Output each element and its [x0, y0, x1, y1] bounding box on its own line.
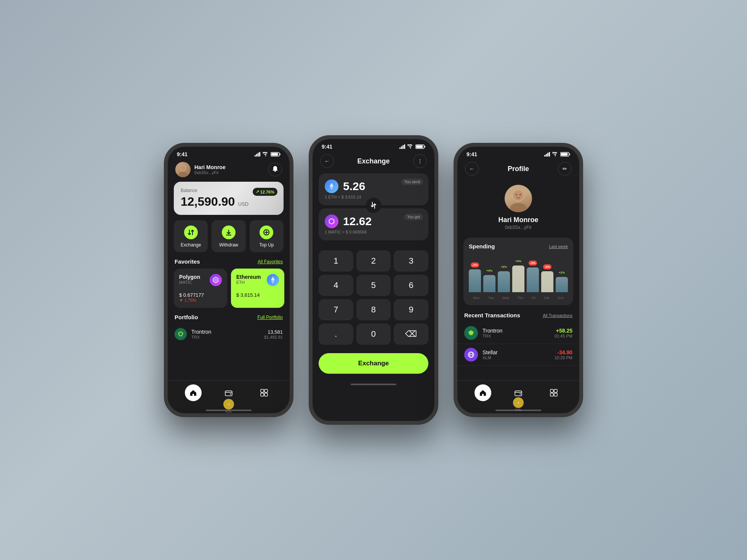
portfolio-item-trontron[interactable]: Trontron TRX 13,581 $1,482.91: [168, 324, 290, 344]
get-coin-icon: [325, 214, 338, 228]
badge-fri: -3%: [529, 261, 537, 266]
withdraw-action-button[interactable]: Withdraw: [212, 220, 245, 252]
exchange-submit-button[interactable]: Exchange: [319, 353, 428, 374]
trontron-trans-symbol: TRX: [483, 334, 550, 338]
favorites-list: Polygon MATIC $ 0.677177 ▼ 1.75%: [168, 269, 290, 314]
num-dot[interactable]: .: [319, 323, 353, 345]
chart-col-sat: -2%: [541, 264, 553, 292]
chart-col-tue: +4%: [483, 268, 495, 292]
num-9[interactable]: 9: [394, 299, 428, 320]
sol-label-area-3: ≡ SOL: [513, 397, 524, 412]
battery-icon: [271, 152, 281, 157]
eth-icon: [270, 277, 276, 283]
trontron-usd: $1,482.91: [264, 335, 283, 339]
back-button-exchange[interactable]: ←: [320, 154, 334, 168]
edit-profile-button[interactable]: ✏: [558, 162, 572, 176]
svg-point-10: [180, 165, 186, 171]
matic-icon: [212, 277, 219, 283]
svg-rect-7: [280, 154, 281, 155]
balance-currency: USD: [238, 201, 248, 207]
notification-button[interactable]: [268, 163, 282, 176]
sol-nav-label: SOL: [223, 410, 234, 413]
chart-col-fri: -3%: [527, 261, 539, 292]
topup-icon: [263, 229, 270, 236]
num-backspace[interactable]: ⌫: [394, 323, 428, 345]
svg-rect-55: [554, 389, 557, 392]
bottom-nav-3: ≡ SOL: [457, 380, 579, 407]
bar-thu: [512, 266, 524, 292]
balance-card: Balance 12,590.90 USD ↗ 12.76%: [174, 182, 284, 215]
wifi-icon-2: [407, 144, 414, 149]
full-portfolio-link[interactable]: Full Portfolio: [257, 315, 283, 320]
nav-grid-3[interactable]: [545, 384, 562, 401]
sol-icon-nav: ≡: [223, 399, 234, 410]
profile-section: Hari Monroe 0xb3Sx...yFir: [457, 181, 579, 238]
status-bar-2: 9:41: [313, 139, 434, 151]
chart-col-wed: +2%: [498, 264, 510, 292]
favorite-item-polygon[interactable]: Polygon MATIC $ 0.677177 ▼ 1.75%: [174, 269, 227, 308]
num-6[interactable]: 6: [394, 275, 428, 296]
matic-get-icon: [328, 218, 335, 225]
svg-marker-34: [330, 183, 333, 187]
num-8[interactable]: 8: [356, 299, 391, 320]
num-7[interactable]: 7: [319, 299, 353, 320]
day-tue: Tue: [488, 296, 494, 300]
bar-wed: [498, 271, 510, 292]
sol-label-area: ≡ SOL: [223, 398, 234, 413]
all-transactions-link[interactable]: All Transactions: [543, 313, 572, 318]
fav-symbol-ethereum: ETH: [236, 280, 261, 285]
signal-icon-2: [399, 144, 406, 149]
phones-container: 9:41: [164, 135, 583, 425]
time-3: 9:41: [466, 151, 477, 157]
all-favorites-link[interactable]: All Favorites: [258, 259, 283, 264]
svg-rect-39: [549, 152, 550, 157]
num-5[interactable]: 5: [356, 275, 391, 296]
swap-icon: [370, 202, 377, 209]
bar-sun-fill: [556, 277, 568, 292]
exchange-action-button[interactable]: Exchange: [174, 220, 208, 252]
topup-action-button[interactable]: Top Up: [250, 220, 284, 252]
exchange-header: ← Exchange ⋮: [313, 151, 434, 173]
bar-thu-fill: [512, 266, 524, 292]
battery-icon-3: [560, 152, 570, 157]
num-0[interactable]: 0: [356, 323, 391, 345]
fav-change-polygon: ▼ 1.75%: [179, 298, 222, 302]
svg-rect-21: [264, 389, 268, 392]
portfolio-header: Portfolio Full Portfolio: [168, 314, 290, 324]
fav-coin-info-eth: Ethereum ETH: [236, 274, 261, 285]
more-options-button[interactable]: ⋮: [413, 154, 427, 168]
transaction-trontron[interactable]: Trontron TRX +58.25 01:45 PM: [457, 322, 579, 344]
balance-change-badge: ↗ 12.76%: [253, 188, 277, 196]
chart-days: Mon Tue Wed Thu Fri Sat Sun: [469, 294, 568, 300]
favorites-title: Favorites: [175, 258, 200, 265]
trontron-trans-icon: [464, 326, 478, 340]
topup-icon-container: [260, 226, 273, 239]
exchange-icon-container: [184, 226, 198, 239]
svg-rect-22: [261, 393, 264, 396]
svg-rect-18: [225, 391, 232, 396]
num-4[interactable]: 4: [319, 275, 353, 296]
badge-tue: +4%: [485, 268, 494, 273]
get-amount: 12.62: [343, 215, 372, 228]
svg-marker-16: [271, 277, 275, 281]
swap-button[interactable]: [366, 198, 381, 213]
svg-rect-28: [402, 145, 404, 149]
profile-name: Hari Monroe: [498, 216, 538, 224]
status-icons-1: [255, 152, 281, 157]
svg-rect-6: [271, 153, 278, 156]
transaction-stellar[interactable]: Stellar XLM -34.90 10:20 PM: [457, 344, 579, 366]
svg-rect-2: [258, 153, 259, 157]
nav-home-1[interactable]: [185, 384, 202, 401]
nav-home-3[interactable]: [474, 384, 491, 401]
num-2[interactable]: 2: [356, 250, 391, 272]
get-card: You get 12.62 1 MATIC = $ 0.668568: [319, 208, 428, 240]
favorite-item-ethereum[interactable]: Ethereum ETH $ 3,615.14: [231, 269, 284, 308]
num-3[interactable]: 3: [394, 250, 428, 272]
back-button-profile[interactable]: ←: [465, 162, 479, 176]
battery-icon-2: [415, 144, 425, 149]
action-buttons: Exchange Withdraw: [174, 220, 284, 252]
last-week-link[interactable]: Last week: [549, 244, 568, 249]
nav-grid-1[interactable]: [256, 384, 273, 401]
home-indicator-2: [351, 384, 396, 385]
num-1[interactable]: 1: [319, 250, 353, 272]
